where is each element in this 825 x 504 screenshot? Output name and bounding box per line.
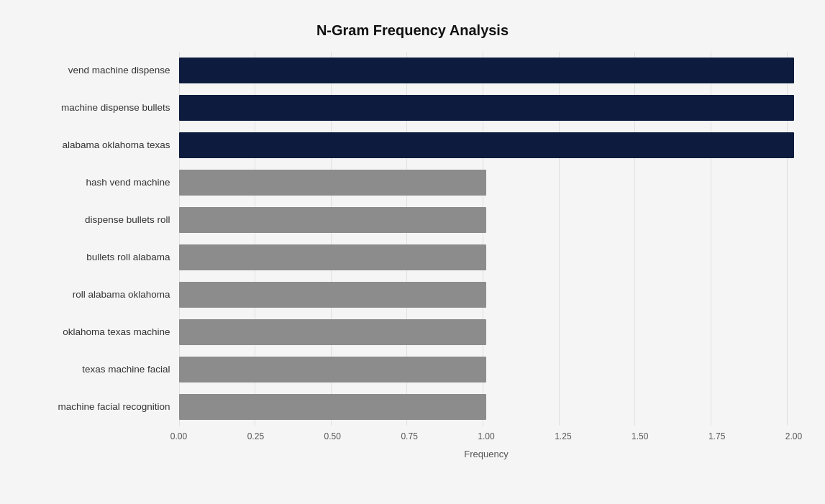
- bar-fill: [179, 95, 794, 121]
- bar-fill: [179, 132, 794, 158]
- bar-track: [179, 394, 794, 420]
- bar-track: [179, 132, 794, 158]
- bar-label: machine facial recognition: [32, 401, 179, 412]
- x-tick: 1.50: [632, 431, 648, 441]
- x-tick: 1.00: [478, 431, 494, 441]
- bar-fill: [179, 170, 487, 196]
- bar-fill: [179, 207, 487, 233]
- x-tick: 0.75: [401, 431, 417, 441]
- bar-row: dispense bullets roll: [32, 201, 794, 239]
- bar-label: alabama oklahoma texas: [32, 139, 179, 150]
- x-tick: 0.25: [247, 431, 264, 441]
- bar-label: hash vend machine: [32, 177, 179, 188]
- bar-fill: [179, 282, 487, 308]
- bar-label: vend machine dispense: [32, 65, 179, 75]
- bar-fill: [179, 394, 487, 420]
- x-axis: 0.000.250.500.751.001.251.501.752.00 Fre…: [179, 431, 794, 459]
- bar-row: bullets roll alabama: [32, 239, 794, 276]
- bar-track: [179, 95, 794, 121]
- bar-track: [179, 244, 794, 270]
- chart-area: vend machine dispensemachine dispense bu…: [32, 52, 794, 426]
- bar-label: roll alabama oklahoma: [32, 289, 179, 300]
- bar-label: oklahoma texas machine: [32, 326, 179, 337]
- x-axis-label: Frequency: [179, 449, 794, 459]
- bar-row: texas machine facial: [32, 351, 794, 388]
- chart-title: N-Gram Frequency Analysis: [32, 22, 794, 39]
- bar-fill: [179, 319, 487, 345]
- bar-track: [179, 282, 794, 308]
- bar-row: vend machine dispense: [32, 52, 794, 89]
- bar-label: dispense bullets roll: [32, 214, 179, 225]
- bar-fill: [179, 58, 794, 83]
- bar-track: [179, 357, 794, 382]
- bar-row: machine dispense bullets: [32, 89, 794, 127]
- bar-track: [179, 170, 794, 196]
- bars-wrapper: vend machine dispensemachine dispense bu…: [32, 52, 794, 426]
- bar-fill: [179, 357, 487, 382]
- x-tick: 1.75: [708, 431, 725, 441]
- bar-track: [179, 319, 794, 345]
- x-tick: 1.25: [555, 431, 571, 441]
- x-tick: 0.00: [170, 431, 187, 441]
- bar-row: roll alabama oklahoma: [32, 276, 794, 313]
- x-ticks: 0.000.250.500.751.001.251.501.752.00: [179, 431, 794, 446]
- bar-track: [179, 58, 794, 83]
- chart-container: N-Gram Frequency Analysis vend machine d…: [17, 8, 808, 497]
- bar-fill: [179, 244, 487, 270]
- bar-row: oklahoma texas machine: [32, 313, 794, 351]
- x-tick: 0.50: [324, 431, 341, 441]
- bar-label: bullets roll alabama: [32, 252, 179, 262]
- bar-track: [179, 207, 794, 233]
- bar-label: texas machine facial: [32, 364, 179, 375]
- bar-label: machine dispense bullets: [32, 102, 179, 113]
- x-tick: 2.00: [785, 431, 802, 441]
- bar-row: hash vend machine: [32, 164, 794, 201]
- bar-row: machine facial recognition: [32, 388, 794, 426]
- bar-row: alabama oklahoma texas: [32, 127, 794, 164]
